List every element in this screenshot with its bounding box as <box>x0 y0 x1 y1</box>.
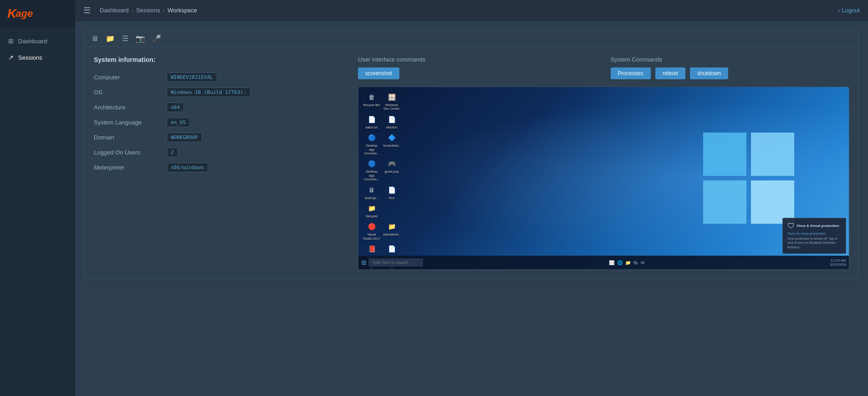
info-label-computer: Computer <box>94 74 167 81</box>
taskbar-icons: ⬜ 🌐 📁 🛍 ✉ <box>609 260 644 265</box>
info-value-meterpreter: x86/windows <box>167 163 208 172</box>
windows-desktop-screenshot: 🗑 Recycle Bin 🪟 Windows Dev Center <box>358 87 849 269</box>
logo: Kage <box>0 0 75 27</box>
info-value-computer: WINDEV1811EVAL <box>167 72 217 82</box>
taskbar-clock: 11:25 AM 2/20/2019 <box>830 258 846 267</box>
topbar-left: ☰ Dashboard › Sessions › Workspace <box>83 5 197 15</box>
scrambled-icon: 🔷 Scrambled... <box>383 132 400 155</box>
taskbar-start: ⊞ <box>361 258 423 267</box>
breadcrumb-sessions[interactable]: Sessions <box>136 7 160 14</box>
edge-icon: 🌐 <box>617 260 623 265</box>
taskmgr-icon: 🖥 taskmgr... <box>363 185 380 200</box>
info-label-os: OS <box>94 89 167 96</box>
shutdown-button[interactable]: shutdown <box>690 67 728 79</box>
recycle-bin-icon: 🗑 Recycle Bin <box>363 92 380 111</box>
samples-icon: 📁 Samples <box>363 203 380 218</box>
breadcrumb: Dashboard › Sessions › Workspace <box>100 7 197 14</box>
info-label-lang: System Language <box>94 119 167 126</box>
system-info-section: System information: Computer WINDEV1811E… <box>94 56 349 270</box>
notif-title: Virus & threat protection <box>797 224 839 228</box>
info-label-arch: Architecture <box>94 104 167 111</box>
main-area: ☰ Dashboard › Sessions › Workspace ‹ Log… <box>75 0 868 396</box>
desktop-row-2: 📄 batch.txt 📄 election <box>363 114 400 129</box>
info-label-meterpreter: Meterpreter <box>94 164 167 171</box>
win-logo-gap-v <box>744 133 753 224</box>
monitor-icon[interactable]: 🖥 <box>91 35 98 43</box>
info-row-lang: System Language en_US <box>94 118 349 127</box>
info-row-domain: Domain WORKGROUP <box>94 133 349 142</box>
ui-commands-section: User interface commands screenshot <box>358 56 597 79</box>
sidebar-item-dashboard[interactable]: ⊞ Dashboard <box>0 33 75 49</box>
desktop-icons: 🗑 Recycle Bin 🪟 Windows Dev Center <box>363 92 400 269</box>
sessions-icon: ↗ <box>8 54 14 61</box>
topbar-right: ‹ Logout <box>838 7 860 14</box>
content-area: 🖥 📁 ☰ 📷 🎤 System information: Computer W… <box>75 21 868 396</box>
breadcrumb-sep-1: › <box>132 7 133 14</box>
hamburger-icon[interactable]: ☰ <box>83 5 91 15</box>
system-commands-section: System Commands Processes reboot shutdow… <box>611 56 850 79</box>
godot-icon: 🎮 godot.png <box>383 158 400 181</box>
windows-logo <box>703 133 794 224</box>
win-logo-bl <box>703 180 746 224</box>
shield-icon: 🛡 <box>787 222 795 230</box>
info-value-arch: x64 <box>167 103 184 112</box>
sidebar-item-label-sessions: Sessions <box>18 54 42 61</box>
win-logo-tr <box>751 133 794 176</box>
logo-k: K <box>7 6 15 21</box>
dashboard-icon: ⊞ <box>8 37 14 45</box>
info-row-arch: Architecture x64 <box>94 103 349 112</box>
desktop-app-2-icon: 🔵 Desktop App Converte... <box>363 158 380 181</box>
breadcrumb-sep-2: › <box>163 7 165 14</box>
screenshot-preview: 🗑 Recycle Bin 🪟 Windows Dev Center <box>358 87 849 270</box>
screenshot-button[interactable]: screenshot <box>358 67 399 79</box>
sidebar-item-label-dashboard: Dashboard <box>18 38 47 45</box>
right-panel: User interface commands screenshot Syste… <box>358 56 849 270</box>
win-logo-tl <box>703 133 746 176</box>
notif-body: Virus protection is turned off. Tap or c… <box>787 237 841 250</box>
desktop-row-7: 🔴 Visual Studio 2017 📁 standalone... <box>363 221 400 241</box>
processes-button[interactable]: Processes <box>611 67 651 79</box>
info-label-domain: Domain <box>94 134 167 141</box>
win-dev-center-icon: 🪟 Windows Dev Center <box>383 92 400 111</box>
sidebar: Kage ⊞ Dashboard ↗ Sessions <box>0 0 75 396</box>
info-value-os: Windows 10 (Build 17763). <box>167 87 250 97</box>
info-value-lang: en_US <box>167 118 190 127</box>
sidebar-nav: ⊞ Dashboard ↗ Sessions <box>0 27 75 71</box>
batch-file-icon: 📄 batch.txt <box>363 114 380 129</box>
standalone-icon: 📁 standalone... <box>383 221 400 241</box>
info-label-users: Logged On Users <box>94 149 167 156</box>
desktop-row-5: 🖥 taskmgr... 📄 fred <box>363 185 400 200</box>
info-value-domain: WORKGROUP <box>167 133 202 142</box>
topbar: ☰ Dashboard › Sessions › Workspace ‹ Log… <box>75 0 868 21</box>
sidebar-item-sessions[interactable]: ↗ Sessions <box>0 49 75 66</box>
breadcrumb-dashboard[interactable]: Dashboard <box>100 7 129 14</box>
logout-button[interactable]: ‹ Logout <box>838 7 860 14</box>
info-value-users: 2 <box>167 148 178 157</box>
start-button[interactable]: ⊞ <box>361 259 367 266</box>
info-row-os: OS Windows 10 (Build 17763). <box>94 87 349 97</box>
logo-age: age <box>15 8 33 20</box>
info-table: Computer WINDEV1811EVAL OS Windows 10 (B… <box>94 72 349 172</box>
win-logo-br <box>751 180 794 224</box>
ui-commands-title: User interface commands <box>358 56 597 63</box>
toolbar: 🖥 📁 ☰ 📷 🎤 <box>84 30 859 47</box>
breadcrumb-workspace: Workspace <box>168 7 197 14</box>
commands-row: User interface commands screenshot Syste… <box>358 56 849 79</box>
main-panel: System information: Computer WINDEV1811E… <box>84 47 859 279</box>
info-row-meterpreter: Meterpreter x86/windows <box>94 163 349 172</box>
sysinfo-title: System information: <box>94 56 349 63</box>
logout-label: Logout <box>842 7 860 14</box>
desktop-row-4: 🔵 Desktop App Converte... 🎮 godot.png <box>363 158 400 181</box>
camera-icon[interactable]: 📷 <box>136 34 145 43</box>
notif-subtitle: Turn on virus protection <box>787 231 841 236</box>
system-commands-title: System Commands <box>611 56 850 63</box>
reboot-button[interactable]: reboot <box>655 67 685 79</box>
mic-icon[interactable]: 🎤 <box>152 34 161 43</box>
store-icon: 🛍 <box>633 260 638 265</box>
folder-icon[interactable]: 📁 <box>106 34 115 43</box>
taskbar-search[interactable] <box>368 258 423 267</box>
time-display: 11:25 AM <box>830 258 846 262</box>
list-icon[interactable]: ☰ <box>122 34 128 43</box>
logout-arrow-icon: ‹ <box>838 7 840 14</box>
vs2017-icon: 🔴 Visual Studio 2017 <box>363 221 380 241</box>
